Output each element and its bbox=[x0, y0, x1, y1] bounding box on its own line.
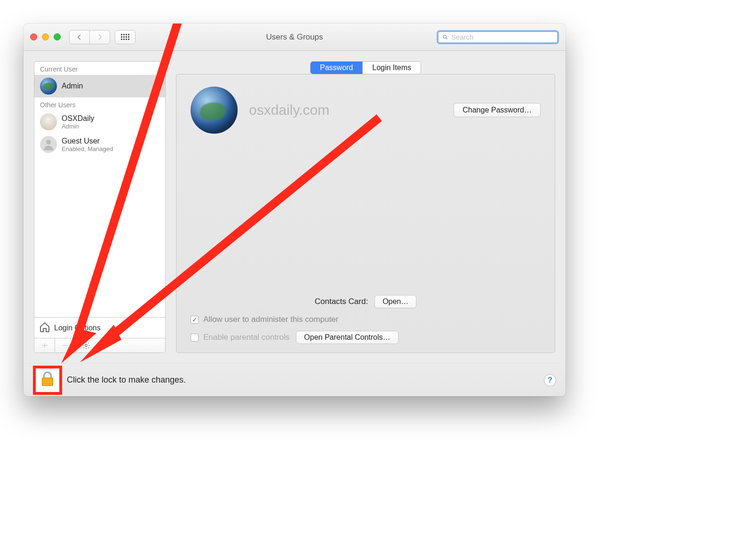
back-button[interactable] bbox=[69, 30, 90, 44]
zoom-window-button[interactable] bbox=[54, 33, 61, 40]
password-panel: osxdaily.com Change Password… Contacts C… bbox=[176, 74, 555, 353]
panel-lower: Contacts Card: Open… Allow user to admin… bbox=[191, 290, 541, 344]
house-icon bbox=[39, 321, 50, 335]
grid-icon bbox=[121, 34, 129, 40]
plus-icon bbox=[41, 342, 48, 349]
login-options[interactable]: Login Options bbox=[34, 317, 165, 338]
close-window-button[interactable] bbox=[30, 33, 37, 40]
svg-point-1 bbox=[46, 140, 51, 144]
add-user-button[interactable] bbox=[34, 338, 55, 352]
search-icon bbox=[442, 34, 448, 40]
show-all-button[interactable] bbox=[115, 30, 136, 44]
tab-login-items[interactable]: Login Items bbox=[362, 62, 421, 74]
svg-rect-3 bbox=[42, 378, 53, 386]
tab-group: Password Login Items bbox=[310, 61, 421, 74]
main-pane: Password Login Items osxdaily.com Change… bbox=[176, 61, 555, 353]
watermark-text: osxdaily.com bbox=[249, 102, 329, 118]
chevron-right-icon bbox=[96, 33, 104, 41]
svg-point-2 bbox=[85, 344, 88, 347]
list-item[interactable]: Guest User Enabled, Managed bbox=[34, 133, 165, 156]
users-groups-window: Users & Groups Current User Admin Other … bbox=[24, 24, 566, 396]
avatar[interactable] bbox=[191, 87, 238, 134]
current-user-header: Current User bbox=[34, 62, 165, 75]
avatar bbox=[40, 78, 57, 95]
enable-parental-checkbox[interactable] bbox=[191, 334, 199, 342]
lock-icon[interactable] bbox=[39, 371, 56, 390]
user-sidebar: Current User Admin Other Users OSXDaily … bbox=[34, 61, 166, 353]
minimize-window-button[interactable] bbox=[42, 33, 49, 40]
login-options-label: Login Options bbox=[54, 324, 101, 332]
allow-admin-checkbox-row: Allow user to administer this computer bbox=[191, 315, 541, 324]
svg-point-0 bbox=[443, 35, 446, 38]
window-controls bbox=[30, 33, 61, 40]
allow-admin-checkbox[interactable] bbox=[191, 316, 199, 324]
open-contacts-button[interactable]: Open… bbox=[375, 295, 416, 308]
list-item[interactable]: OSXDaily Admin bbox=[34, 111, 165, 133]
lock-text: Click the lock to make changes. bbox=[67, 375, 186, 385]
minus-icon bbox=[62, 342, 69, 349]
user-role: Admin bbox=[62, 123, 94, 130]
user-name: Admin bbox=[62, 82, 83, 90]
search-input[interactable] bbox=[451, 33, 553, 41]
tab-password[interactable]: Password bbox=[311, 62, 362, 74]
allow-admin-label: Allow user to administer this computer bbox=[203, 315, 338, 324]
other-users-header: Other Users bbox=[34, 97, 165, 111]
user-name: Guest User bbox=[62, 137, 113, 145]
chevron-left-icon bbox=[76, 33, 83, 41]
change-password-button[interactable]: Change Password… bbox=[454, 103, 541, 117]
user-name: OSXDaily bbox=[62, 114, 94, 123]
prefpane-body: Current User Admin Other Users OSXDaily … bbox=[24, 51, 566, 363]
list-item[interactable]: Admin bbox=[34, 75, 165, 97]
person-icon bbox=[41, 137, 56, 152]
user-hero: osxdaily.com Change Password… bbox=[191, 87, 541, 134]
contacts-card-label: Contacts Card: bbox=[315, 297, 368, 306]
parental-checkbox-row: Enable parental controls bbox=[191, 333, 289, 342]
remove-user-button[interactable] bbox=[55, 338, 76, 352]
user-role: Enabled, Managed bbox=[62, 145, 113, 152]
lock-highlight-box bbox=[33, 366, 62, 395]
open-parental-button[interactable]: Open Parental Controls… bbox=[296, 331, 398, 344]
avatar bbox=[40, 136, 57, 153]
gear-icon bbox=[82, 341, 90, 350]
forward-button[interactable] bbox=[89, 30, 110, 44]
sidebar-action-bar bbox=[34, 338, 165, 352]
help-button[interactable]: ? bbox=[544, 374, 556, 386]
user-list: Current User Admin Other Users OSXDaily … bbox=[34, 62, 165, 317]
nav-back-forward bbox=[69, 30, 110, 44]
avatar bbox=[40, 113, 57, 130]
footer: Click the lock to make changes. ? bbox=[24, 363, 566, 396]
search-field[interactable] bbox=[437, 30, 559, 44]
action-menu-button[interactable] bbox=[76, 338, 96, 352]
enable-parental-label: Enable parental controls bbox=[203, 333, 289, 342]
titlebar: Users & Groups bbox=[24, 24, 566, 51]
